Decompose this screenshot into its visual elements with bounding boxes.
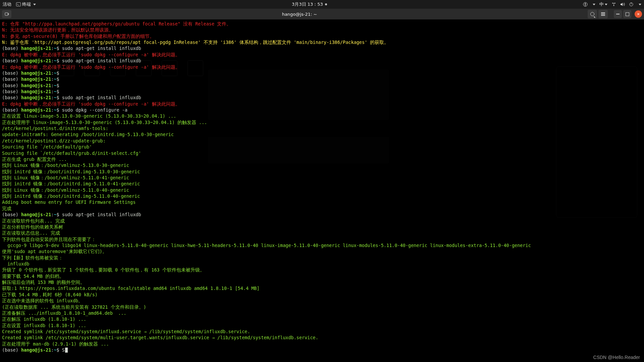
- terminal-line: 正在解压 influxdb (1.8.10-1) ...: [2, 316, 642, 322]
- search-button[interactable]: [588, 10, 597, 18]
- terminal-line: (base) hango@js-21:~$ sudo apt-get insta…: [2, 212, 642, 218]
- terminal-line: influxdb: [2, 261, 642, 267]
- new-tab-icon: [4, 12, 9, 16]
- terminal-line: Created symlink /etc/systemd/system/infl…: [2, 328, 642, 335]
- close-icon: ✕: [637, 12, 640, 16]
- gnome-topbar: 活动 终端 3月3日 13：53 中: [0, 0, 644, 9]
- terminal-line: 找到 initrd 镜像：/boot/initrd.img-5.11.0-41-…: [2, 181, 642, 187]
- network-icon[interactable]: [611, 2, 616, 7]
- system-menu-chevron-icon: [639, 4, 641, 5]
- terminal-line: Created symlink /etc/systemd/system/mult…: [2, 335, 642, 341]
- terminal-line: (base) hango@js-21:~$ sudo apt-get insta…: [2, 58, 642, 64]
- terminal-line: 正在生成 grub 配置文件 ...: [2, 156, 642, 162]
- terminal-line: 正在读取软件包列表... 完成: [2, 218, 642, 224]
- terminal-line: (base) hango@js-21:~$: [2, 70, 642, 76]
- terminal-line: 正在设置 linux-image-5.13.0-30-generic (5.13…: [2, 113, 642, 119]
- terminal-line: 正在读取状态信息... 完成: [2, 230, 642, 236]
- watermark: CSDN @Hello.Reader: [593, 355, 640, 360]
- app-menu-chevron-icon: [33, 4, 36, 5]
- hamburger-icon: [601, 14, 605, 14]
- terminal-line: (正在读取数据库 ... 系统当前共安装有 327821 个文件和目录。): [2, 304, 642, 310]
- terminal-line: (base) hango@js-21:~$ sudo dpkg --config…: [2, 107, 642, 113]
- terminal-line: E: dpkg 被中断，您必须手工运行 'sudo dpkg --configu…: [2, 64, 642, 70]
- chevron-down-icon: [593, 4, 595, 5]
- terminal-line: /etc/kernel/postinst.d/initramfs-tools:: [2, 125, 642, 131]
- terminal-line: 正在设置 influxdb (1.8.10-1) ...: [2, 322, 642, 328]
- terminal-line: N: 参见 apt-secure(8) 手册以了解仓库创建和用户配置方面的细节。: [2, 33, 642, 39]
- terminal-line: (base) hango@js-21:~$: [2, 82, 642, 88]
- search-icon: [590, 12, 594, 16]
- terminal-line: Sourcing file `/etc/default/grub.d/init-…: [2, 150, 642, 156]
- terminal-content[interactable]: E: 仓库 "http://ppa.launchpad.net/gophers/…: [0, 19, 644, 354]
- terminal-line: Adding boot menu entry for UEFI Firmware…: [2, 199, 642, 205]
- window-title: hango@js-21: ~: [11, 12, 588, 17]
- terminal-line: 升级了 0 个软件包，新安装了 1 个软件包，要卸载 0 个软件包，有 163 …: [2, 267, 642, 273]
- terminal-line: 正在分析软件包的依赖关系树: [2, 224, 642, 230]
- terminal-line: 找到 initrd 镜像：/boot/initrd.img-5.11.0-40-…: [2, 193, 642, 199]
- menu-button[interactable]: [598, 10, 608, 18]
- terminal-line: 找到 Linux 镜像：/boot/vmlinuz-5.13.0-30-gene…: [2, 162, 642, 168]
- terminal-line: 完成: [2, 205, 642, 212]
- notification-dot-icon: [325, 3, 327, 5]
- terminal-line: E: 仓库 "http://ppa.launchpad.net/gophers/…: [2, 21, 642, 27]
- terminal-line: 获取:1 https://repos.influxdata.com/ubuntu…: [2, 285, 642, 291]
- maximize-button[interactable]: [623, 10, 631, 18]
- minimize-button[interactable]: [614, 10, 622, 18]
- terminal-line: update-initramfs: Generating /boot/initr…: [2, 131, 642, 137]
- volume-icon[interactable]: [620, 2, 625, 7]
- maximize-icon: [626, 12, 629, 16]
- terminal-line: 需要下载 54.4 MB 的归档。: [2, 273, 642, 279]
- terminal-line: 找到 Linux 镜像：/boot/vmlinuz-5.11.0-40-gene…: [2, 187, 642, 193]
- terminal-line: 找到 Linux 镜像：/boot/vmlinuz-5.11.0-41-gene…: [2, 175, 642, 181]
- svg-point-3: [585, 3, 586, 4]
- terminal-headerbar: hango@js-21: ~ ✕: [0, 9, 644, 19]
- terminal-line: 正准备解压 .../influxdb_1.8.10-1_amd64.deb ..…: [2, 310, 642, 316]
- terminal-line: (base) hango@js-21:~$: [2, 88, 642, 95]
- terminal-line: /etc/kernel/postinst.d/zz-update-grub:: [2, 138, 642, 144]
- terminal-line: 找到 initrd 镜像：/boot/initrd.img-5.13.0-30-…: [2, 169, 642, 175]
- terminal-line: N: 鉴于仓库 'http://apt.postgresql.org/pub/r…: [2, 39, 642, 45]
- terminal-app-icon: [16, 2, 21, 7]
- cursor: [65, 348, 68, 353]
- terminal-line: 正在处理用于 linux-image-5.13.0-30-generic (5.…: [2, 119, 642, 125]
- power-icon[interactable]: [629, 2, 634, 7]
- chevron-down-icon: [605, 4, 607, 5]
- svg-rect-0: [16, 3, 21, 6]
- terminal-line: gccgo-9 libgo-9-dev libgo14 linux-header…: [2, 242, 642, 248]
- terminal-line: 正在处理用于 man-db (2.9.1-1) 的触发器 ...: [2, 341, 642, 347]
- terminal-line: 正在选中未选择的软件包 influxdb。: [2, 298, 642, 304]
- minimize-icon: [616, 14, 620, 14]
- terminal-viewport[interactable]: E: 仓库 "http://ppa.launchpad.net/gophers/…: [0, 19, 644, 362]
- terminal-line: 解压缩后会消耗 153 MB 的额外空间。: [2, 279, 642, 285]
- terminal-line: 下列【新】软件包将被安装：: [2, 255, 642, 261]
- terminal-line: 已下载 54.4 MB，耗时 6秒 (8,640 kB/s): [2, 292, 642, 298]
- terminal-line: E: dpkg 被中断，您必须手工运行 'sudo dpkg --configu…: [2, 52, 642, 58]
- new-tab-button[interactable]: [2, 10, 11, 18]
- ime-indicator[interactable]: 中: [599, 1, 607, 7]
- terminal-line: E: dpkg 被中断，您必须手工运行 'sudo dpkg --configu…: [2, 101, 642, 107]
- clock[interactable]: 3月3日 13：53: [292, 1, 323, 7]
- terminal-line: (base) hango@js-21:~$ sudo apt-get insta…: [2, 95, 642, 101]
- terminal-line: 使用'sudo apt autoremove'来卸载它(它们)。: [2, 248, 642, 254]
- terminal-line: N: 无法安全地用该源进行更新，所以默认禁用该源。: [2, 27, 642, 33]
- accessibility-icon[interactable]: [583, 2, 588, 7]
- terminal-line: 下列软件包是自动安装的并且现在不需要了：: [2, 236, 642, 242]
- active-app[interactable]: 终端: [16, 1, 36, 7]
- terminal-line: (base) hango@js-21:~$ S: [2, 347, 642, 353]
- terminal-line: (base) hango@js-21:~$ sudo apt-get insta…: [2, 45, 642, 51]
- close-button[interactable]: ✕: [635, 10, 642, 18]
- activities-button[interactable]: 活动: [3, 1, 11, 7]
- terminal-line: (base) hango@js-21:~$: [2, 76, 642, 82]
- terminal-line: Sourcing file `/etc/default/grub': [2, 144, 642, 150]
